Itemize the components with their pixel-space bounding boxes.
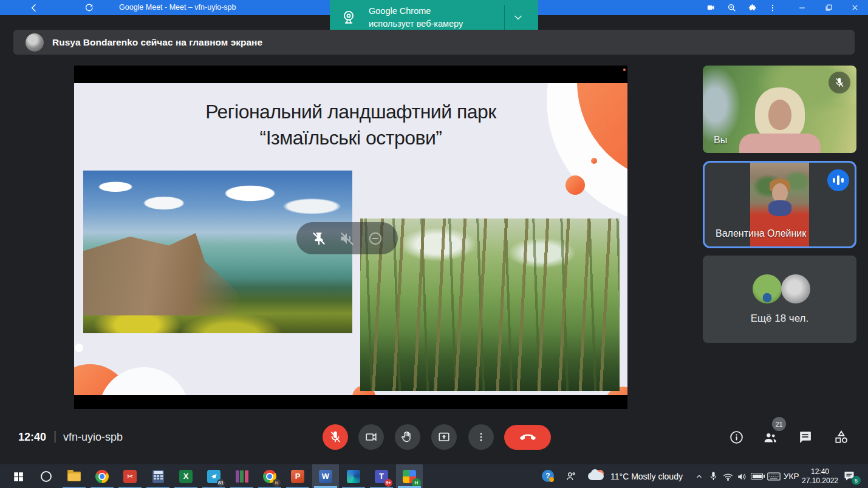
camera-toggle-button[interactable] [358, 424, 384, 450]
window-title: Google Meet - Meet – vfn-uyio-spb [119, 0, 236, 15]
taskbar-excel[interactable]: X [173, 464, 199, 488]
maximize-button[interactable] [820, 0, 837, 15]
back-icon[interactable] [26, 0, 43, 15]
taskbar-calculator[interactable] [145, 464, 171, 488]
tray-chevron-up-icon[interactable] [695, 472, 703, 481]
notification-count-badge: 5 [852, 476, 861, 485]
toast-chevron-down-icon[interactable] [512, 12, 524, 24]
people-tray-icon[interactable] [565, 470, 577, 483]
mute-speaker-icon[interactable] [339, 231, 355, 246]
raise-hand-button[interactable] [395, 424, 420, 450]
meeting-details-button[interactable] [728, 429, 744, 445]
cliff-shape [83, 226, 239, 315]
slide: Регіональний ландшафтний парк “Ізмаїльсь… [74, 83, 627, 395]
speaker-name: Валентина Олейник [716, 228, 806, 239]
presentation-hover-controls [296, 222, 398, 254]
telegram-icon: 81 [207, 469, 221, 484]
taskbar-powerpoint[interactable]: P [284, 464, 311, 488]
weather-text[interactable]: 11°C Mostly cloudy [610, 472, 683, 481]
slide-white-dot [75, 344, 83, 352]
windows-taskbar: ✂ X [0, 464, 868, 488]
camera-in-use-icon[interactable] [702, 0, 719, 15]
file-explorer-icon [67, 469, 81, 484]
reload-icon[interactable] [80, 0, 97, 15]
taskbar-chrome[interactable] [89, 464, 115, 488]
presenting-banner-text: Rusya Bondarenko сейчас на главном экран… [52, 37, 262, 48]
menu-kebab-icon[interactable] [764, 0, 781, 15]
slide-orange-dot-small [591, 158, 597, 164]
scissors-app-icon: ✂ [123, 469, 137, 484]
taskbar-snipping-app[interactable]: ✂ [117, 464, 143, 488]
tray-speaker-icon[interactable] [737, 471, 748, 482]
mic-toggle-button[interactable] [323, 424, 348, 450]
meet-icon: H [402, 469, 417, 484]
taskbar-word[interactable]: W [312, 464, 339, 488]
more-options-button[interactable] [468, 424, 494, 450]
taskbar-telegram[interactable]: 81 [200, 464, 227, 488]
presenter-avatar [26, 33, 44, 52]
slide-title-line1: Регіональний ландшафтний парк [74, 99, 627, 125]
word-icon: W [318, 469, 333, 484]
slide-title: Регіональний ландшафтний парк “Ізмаїльсь… [74, 99, 627, 151]
taskbar-edge[interactable] [340, 464, 367, 488]
extensions-icon[interactable] [744, 0, 761, 15]
self-label: Вы [714, 135, 727, 146]
self-video-body [739, 134, 821, 153]
tray-battery-icon[interactable] [751, 473, 763, 480]
activities-button[interactable] [833, 429, 849, 445]
speaker-scarf [768, 200, 791, 216]
cortana-icon [41, 471, 52, 482]
webcam-icon [340, 8, 358, 27]
zoom-icon[interactable] [723, 0, 740, 15]
clock-separator: | [53, 429, 56, 443]
chrome-profile-badge: N [273, 479, 281, 487]
close-button[interactable] [846, 0, 863, 15]
meeting-clock: 12:40 [18, 431, 46, 444]
tray-wifi-icon[interactable] [722, 472, 734, 482]
help-tray-icon[interactable]: ? [542, 470, 554, 482]
end-call-button[interactable] [504, 425, 551, 450]
edge-icon [346, 469, 361, 484]
chrome-icon [95, 469, 109, 484]
self-video-face [768, 100, 791, 130]
tray-clock[interactable]: 12:40 27.10.2022 [797, 467, 843, 486]
slide-title-line2: “Ізмаїльські острови” [74, 125, 627, 151]
taskbar-chrome-profile[interactable]: N [256, 464, 283, 488]
meeting-code: vfn-uyio-spb [63, 431, 123, 444]
self-muted-mic-icon [829, 72, 850, 93]
tray-microphone-icon[interactable] [708, 470, 719, 482]
speaking-audio-indicator [827, 169, 849, 191]
cortana-search-button[interactable] [33, 464, 60, 488]
present-screen-button[interactable] [431, 424, 457, 450]
participants-button[interactable] [762, 429, 778, 445]
notification-app-name: Google Chrome [369, 5, 463, 18]
taskbar-teams[interactable]: T 9+ [368, 464, 395, 488]
taskbar-file-explorer[interactable] [61, 464, 87, 488]
telegram-badge: 81 [217, 479, 225, 487]
minimize-button[interactable] [793, 0, 810, 15]
start-button[interactable] [5, 464, 32, 488]
participant-tile-self[interactable]: Вы [703, 66, 856, 153]
presentation-stage: Регіональний ландшафтний парк “Ізмаїльсь… [74, 66, 627, 409]
calculator-icon [151, 469, 165, 484]
overflow-label: Ещё 18 чел. [703, 313, 856, 325]
tray-clock-date: 27.10.2022 [797, 476, 843, 486]
overflow-avatar-2 [781, 274, 810, 303]
taskbar-meet[interactable]: H [396, 464, 423, 488]
remove-from-call-icon[interactable] [367, 231, 383, 246]
participant-tile-speaker[interactable]: Валентина Олейник [703, 161, 856, 248]
winrar-icon [234, 469, 249, 484]
notification-message: использует веб-камеру [369, 18, 463, 30]
stage-orange-dot [623, 69, 626, 71]
screen: Google Meet - Meet – vfn-uyio-spb Google… [0, 0, 868, 488]
participant-tile-overflow[interactable]: Ещё 18 чел. [703, 256, 856, 343]
teams-badge: 9+ [384, 479, 392, 487]
unpin-icon[interactable] [311, 231, 327, 246]
slide-orange-dot [566, 175, 585, 195]
overflow-avatar-1 [753, 274, 782, 303]
tray-keyboard-icon[interactable] [767, 472, 781, 481]
taskbar-winrar[interactable] [228, 464, 255, 488]
participant-count-badge: 21 [772, 417, 786, 431]
toast-divider [504, 5, 505, 30]
chat-button[interactable] [797, 429, 813, 445]
